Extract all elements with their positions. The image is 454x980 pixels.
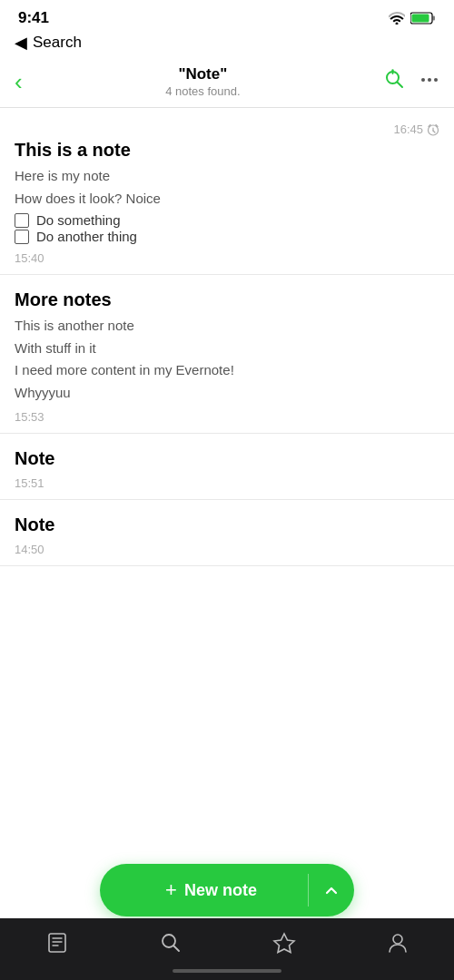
- new-note-expand-button[interactable]: [309, 866, 354, 915]
- note-1-title: This is a note: [15, 140, 439, 161]
- svg-point-6: [391, 69, 393, 71]
- note-1-checkbox-1: Do something: [15, 212, 439, 228]
- tab-search[interactable]: [141, 927, 201, 958]
- note-item-2[interactable]: More notes This is another note With stu…: [0, 275, 454, 434]
- wifi-icon: [389, 12, 405, 24]
- back-button[interactable]: ◀ Search: [15, 33, 439, 53]
- new-note-bar: + New note: [100, 864, 354, 916]
- header-search-button[interactable]: [383, 68, 405, 95]
- note-item-1[interactable]: 16:45 This is a note Here is my note How…: [0, 108, 454, 275]
- svg-line-4: [398, 83, 403, 88]
- alarm-icon: [427, 123, 439, 136]
- header: ‹ "Note" 4 notes found.: [0, 60, 454, 108]
- note-1-checkbox-2: Do another thing: [15, 229, 439, 244]
- status-bar: 9:41: [0, 0, 454, 31]
- back-row: ◀ Search: [0, 31, 454, 60]
- header-actions: [383, 68, 439, 95]
- header-more-button[interactable]: [419, 70, 439, 94]
- chevron-up-icon: [323, 882, 340, 898]
- svg-rect-15: [49, 934, 65, 952]
- note-item-3[interactable]: Note 15:51: [0, 434, 454, 500]
- new-note-plus-icon: +: [165, 880, 177, 900]
- home-indicator: [173, 969, 281, 973]
- checkbox-2[interactable]: [15, 230, 29, 244]
- status-time: 9:41: [18, 9, 49, 27]
- header-subtitle: 4 notes found.: [23, 84, 383, 98]
- note-2-time-bottom: 15:53: [15, 410, 439, 424]
- notes-tab-icon: [45, 931, 69, 955]
- note-1-top: 16:45: [15, 122, 439, 136]
- checkbox-1[interactable]: [15, 213, 29, 228]
- svg-point-8: [428, 78, 431, 82]
- tab-shortcuts[interactable]: [254, 927, 314, 958]
- tab-notes[interactable]: [27, 927, 87, 958]
- account-tab-icon: [386, 931, 410, 955]
- svg-rect-2: [433, 16, 436, 21]
- back-label: Search: [33, 34, 82, 52]
- note-item-4[interactable]: Note 14:50: [0, 500, 454, 566]
- svg-point-9: [434, 78, 438, 82]
- svg-rect-1: [412, 15, 429, 23]
- note-1-time-top: 16:45: [393, 122, 439, 136]
- header-title: "Note": [23, 65, 383, 83]
- note-1-body: Here is my note How does it look? Noice: [15, 166, 439, 209]
- note-list: 16:45 This is a note Here is my note How…: [0, 108, 454, 711]
- status-icons: [389, 12, 436, 24]
- note-2-title: More notes: [15, 289, 439, 310]
- new-note-button[interactable]: + New note: [100, 864, 308, 916]
- note-4-time-bottom: 14:50: [15, 543, 439, 556]
- search-tab-icon: [159, 931, 183, 955]
- shortcuts-tab-icon: [272, 931, 296, 955]
- svg-point-7: [421, 78, 425, 82]
- new-note-label: New note: [184, 881, 257, 900]
- tab-account[interactable]: [368, 927, 428, 958]
- note-1-time-bottom: 15:40: [15, 251, 439, 265]
- svg-point-22: [393, 935, 402, 944]
- note-3-time-bottom: 15:51: [15, 476, 439, 490]
- svg-line-12: [433, 131, 435, 132]
- note-3-title: Note: [15, 448, 439, 469]
- back-chevron-icon: ◀: [15, 33, 27, 53]
- note-2-body: This is another note With stuff in it I …: [15, 316, 439, 403]
- battery-icon: [410, 12, 436, 24]
- svg-marker-21: [274, 934, 294, 953]
- header-center: "Note" 4 notes found.: [23, 65, 383, 98]
- note-4-title: Note: [15, 514, 439, 535]
- header-back-button[interactable]: ‹: [15, 70, 23, 93]
- svg-line-20: [173, 946, 179, 952]
